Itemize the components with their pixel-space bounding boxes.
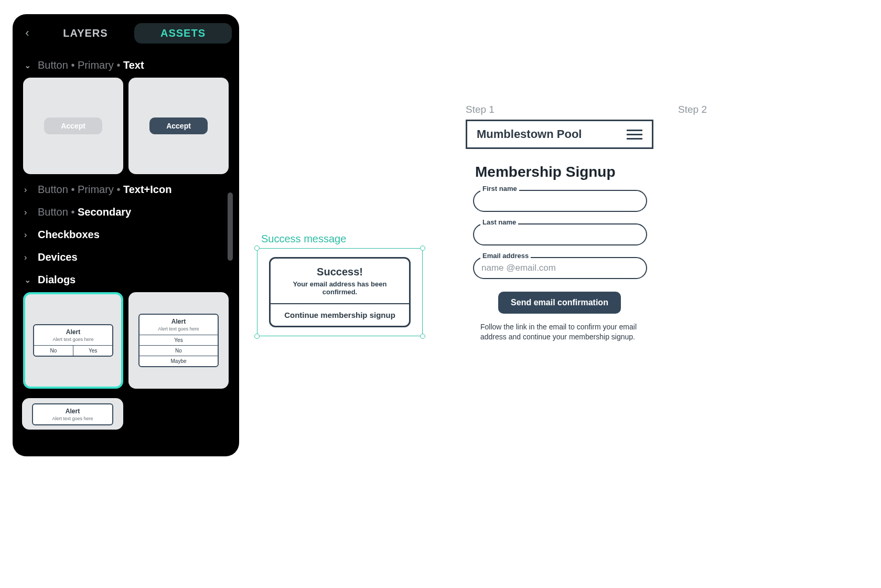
step-2-label: Step 2 bbox=[678, 104, 707, 115]
dialog-thumb-grid: Alert Alert text goes here No Yes Alert … bbox=[22, 291, 230, 393]
category-dialogs[interactable]: ⌄ Dialogs bbox=[22, 269, 230, 291]
category-name: Text bbox=[123, 59, 144, 71]
scrollbar[interactable] bbox=[228, 193, 233, 261]
back-chevron-icon[interactable]: ‹ bbox=[18, 26, 37, 40]
dialog-preview: Alert Alert text goes here Yes No Maybe bbox=[138, 314, 219, 367]
first-name-label: First name bbox=[480, 185, 519, 193]
category-button-primary-texticon[interactable]: › Button • Primary • Text+Icon bbox=[22, 178, 230, 201]
success-dialog: Success! Your email address has been con… bbox=[269, 257, 411, 327]
chevron-right-icon: › bbox=[24, 208, 33, 217]
step-labels: Step 1 Step 2 bbox=[466, 104, 707, 115]
asset-thumb-button-primary[interactable]: Accept bbox=[128, 78, 229, 174]
page-heading: Membership Signup bbox=[475, 164, 707, 180]
dialog-title: Success! bbox=[271, 259, 409, 280]
dialog-preview: Alert Alert text goes here bbox=[32, 403, 113, 425]
last-name-label: Last name bbox=[480, 218, 518, 226]
mini-button-disabled: Accept bbox=[44, 117, 102, 134]
chevron-down-icon: ⌄ bbox=[24, 60, 33, 70]
email-label: Email address bbox=[480, 252, 531, 260]
asset-thumb-dialog-2btn[interactable]: Alert Alert text goes here No Yes bbox=[23, 292, 123, 389]
email-placeholder: name @email.com bbox=[473, 257, 647, 279]
resize-handle-tr[interactable] bbox=[420, 245, 425, 251]
chevron-down-icon: ⌄ bbox=[24, 275, 33, 285]
mini-button-primary: Accept bbox=[149, 117, 208, 134]
chevron-right-icon: › bbox=[24, 185, 33, 195]
button-thumb-grid: Accept Accept bbox=[22, 77, 230, 178]
asset-thumb-button-disabled[interactable]: Accept bbox=[23, 78, 123, 174]
resize-handle-bl[interactable] bbox=[254, 334, 260, 339]
hamburger-icon[interactable] bbox=[627, 130, 642, 140]
chevron-right-icon: › bbox=[24, 230, 33, 240]
dialog-preview: Alert Alert text goes here No Yes bbox=[33, 324, 114, 357]
canvas-selected-component[interactable]: Success message Success! Your email addr… bbox=[257, 233, 423, 336]
dialog-continue-button[interactable]: Continue membership signup bbox=[271, 303, 409, 326]
signup-mockup: Step 1 Step 2 Mumblestown Pool Membershi… bbox=[466, 104, 707, 342]
category-devices[interactable]: › Devices bbox=[22, 246, 230, 269]
tab-assets[interactable]: ASSETS bbox=[134, 23, 232, 44]
helper-text: Follow the link in the email to confirm … bbox=[480, 322, 648, 342]
last-name-field[interactable]: Last name bbox=[473, 223, 647, 245]
resize-handle-br[interactable] bbox=[420, 334, 425, 339]
tab-layers[interactable]: LAYERS bbox=[37, 27, 134, 39]
first-name-field[interactable]: First name bbox=[473, 190, 647, 212]
category-checkboxes[interactable]: › Checkboxes bbox=[22, 223, 230, 246]
email-field[interactable]: Email address name @email.com bbox=[473, 257, 647, 279]
category-prefix: Button • Primary • bbox=[38, 59, 123, 71]
category-button-secondary[interactable]: › Button • Secondary bbox=[22, 201, 230, 223]
asset-thumb-dialog-3btn[interactable]: Alert Alert text goes here Yes No Maybe bbox=[128, 292, 229, 389]
dialog-body: Your email address has been confirmed. bbox=[271, 280, 409, 303]
send-confirmation-button[interactable]: Send email confirmation bbox=[498, 292, 621, 314]
panel-tabs: ‹ LAYERS ASSETS bbox=[18, 19, 234, 47]
panel-body: ⌄ Button • Primary • Text Accept Accept … bbox=[18, 47, 234, 456]
selection-label: Success message bbox=[261, 233, 423, 245]
step-1-label: Step 1 bbox=[466, 104, 495, 115]
selection-frame[interactable]: Success! Your email address has been con… bbox=[257, 248, 423, 336]
resize-handle-tl[interactable] bbox=[254, 245, 260, 251]
assets-panel: ‹ LAYERS ASSETS ⌄ Button • Primary • Tex… bbox=[13, 14, 239, 456]
chevron-right-icon: › bbox=[24, 253, 33, 262]
mock-header: Mumblestown Pool bbox=[466, 120, 653, 149]
asset-thumb-dialog-partial[interactable]: Alert Alert text goes here bbox=[22, 398, 123, 430]
category-button-primary-text[interactable]: ⌄ Button • Primary • Text bbox=[22, 54, 230, 77]
brand-title: Mumblestown Pool bbox=[477, 127, 582, 141]
